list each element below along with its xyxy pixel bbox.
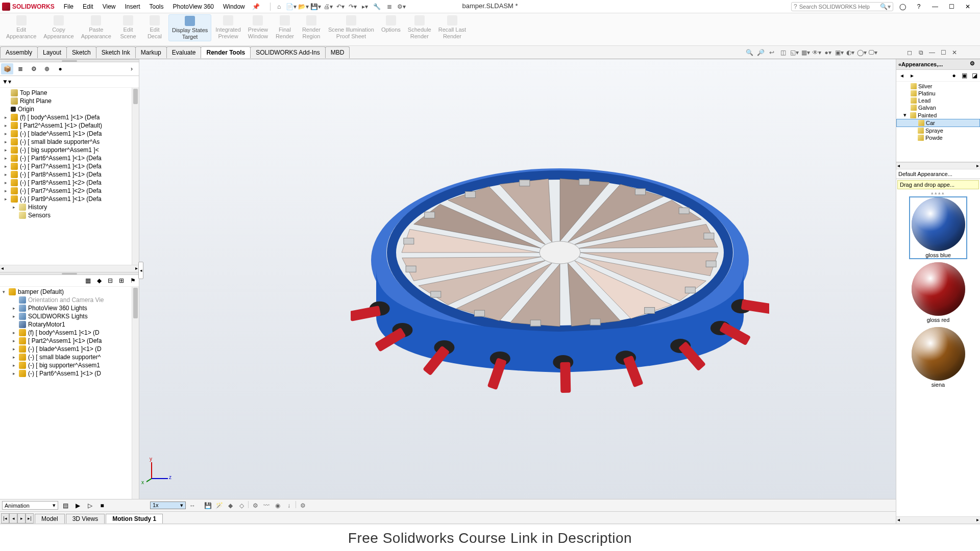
view-tab-motion-study-1[interactable]: Motion Study 1 xyxy=(106,514,163,523)
property-manager-tab-icon[interactable]: ≣ xyxy=(14,63,27,74)
tree-item[interactable]: RotaryMotor1 xyxy=(0,320,132,329)
motion-expand-icon[interactable]: ⊞ xyxy=(116,276,127,285)
ribbon-copy[interactable]: CopyAppearance xyxy=(40,14,77,40)
view-tab-3d-views[interactable]: 3D Views xyxy=(66,514,105,523)
expand-panel-icon[interactable]: › xyxy=(126,63,138,74)
appearances-tree-hscroll[interactable]: ◂▸ xyxy=(896,162,980,169)
stop-icon[interactable]: ■ xyxy=(97,501,107,510)
panel-splitter[interactable] xyxy=(0,272,139,275)
appearances-swatch-hscroll[interactable]: ◂▸ xyxy=(896,516,980,523)
print-icon[interactable]: 🖨▾ xyxy=(323,2,334,12)
display-tree-scrollbar[interactable] xyxy=(132,287,139,499)
select-icon[interactable]: ▸▾ xyxy=(359,2,371,12)
appearance-folder[interactable]: Galvan xyxy=(896,104,980,111)
tree-item[interactable]: ▸(-) [ Part8^Assem1 ]<2> (Defa xyxy=(0,179,132,187)
swatch-gloss-blue[interactable]: gloss blue xyxy=(910,197,966,258)
menu-window[interactable]: Window xyxy=(219,2,249,12)
zoom-fit-icon[interactable]: 🔍 xyxy=(744,47,754,58)
tree-item[interactable]: Right Plane xyxy=(0,97,132,105)
motion-key-icon[interactable]: ◆ xyxy=(94,276,104,285)
appearances-tree[interactable]: SilverPlatinuLeadGalvan▾PaintedCarSpraye… xyxy=(896,82,980,162)
viewport-link-icon[interactable]: ⧉ xyxy=(916,47,926,58)
swatch-gloss-red[interactable]: gloss red xyxy=(910,262,966,323)
spring-icon[interactable]: 〰 xyxy=(262,501,271,510)
tab-mbd[interactable]: MBD xyxy=(325,46,350,58)
display-state-tree[interactable]: ▾bamper (Default) Orientation and Camera… xyxy=(0,287,132,499)
ribbon-display-states[interactable]: Display StatesTarget xyxy=(168,14,211,41)
menu-view[interactable]: View xyxy=(99,2,120,12)
appearance-folder[interactable]: Silver xyxy=(896,83,980,90)
configuration-manager-tab-icon[interactable]: ⚙ xyxy=(28,63,40,74)
ribbon-options[interactable]: Options xyxy=(378,14,404,34)
dimxpert-tab-icon[interactable]: ⊕ xyxy=(41,63,53,74)
last-tab-icon[interactable]: ▸| xyxy=(26,513,34,523)
feature-tree[interactable]: Top PlaneRight PlaneOrigin▸(f) [ body^As… xyxy=(0,88,132,265)
menu-photoview-360[interactable]: PhotoView 360 xyxy=(169,2,218,12)
ribbon-final[interactable]: FinalRender xyxy=(272,14,298,40)
nav-decal-icon[interactable]: ◪ xyxy=(970,71,979,80)
maximize-icon[interactable]: ☐ xyxy=(944,2,959,12)
ribbon-edit[interactable]: EditScene xyxy=(115,14,141,40)
tree-item[interactable]: Origin xyxy=(0,105,132,113)
motion-options-icon[interactable]: ⚑ xyxy=(128,276,138,285)
first-tab-icon[interactable]: |◂ xyxy=(1,513,9,523)
tree-item[interactable]: Sensors xyxy=(0,211,132,219)
tab-markup[interactable]: Markup xyxy=(135,46,167,58)
graphics-viewport[interactable]: ◂ y z x ⌂ ▥ 📁 xyxy=(139,59,980,499)
nav-back-icon[interactable]: ◂ xyxy=(897,71,906,80)
undo-icon[interactable]: ↶▾ xyxy=(335,2,346,12)
motion-options-icon[interactable]: ⚙ xyxy=(298,501,307,510)
help-search[interactable]: ? 🔍▾ xyxy=(791,2,893,11)
appearance-swatches[interactable]: gloss bluegloss redsiena xyxy=(896,195,980,516)
search-icon[interactable]: 🔍▾ xyxy=(880,3,891,10)
render-icon[interactable]: ◯▾ xyxy=(856,47,867,58)
menu-file[interactable]: File xyxy=(60,2,78,12)
nav-fwd-icon[interactable]: ▸ xyxy=(908,71,917,80)
previous-view-icon[interactable]: ↩ xyxy=(767,47,777,58)
settings-icon[interactable]: ⚙▾ xyxy=(396,2,407,12)
display-manager-tab-icon[interactable]: ● xyxy=(54,63,66,74)
viewport-close-icon[interactable]: ✕ xyxy=(949,47,960,58)
appearance-folder[interactable]: Powde xyxy=(896,134,980,141)
view-tab-model[interactable]: Model xyxy=(35,514,65,523)
tab-sketch[interactable]: Sketch xyxy=(66,46,96,58)
search-input[interactable] xyxy=(799,4,878,10)
appearance-folder[interactable]: ▾Painted xyxy=(896,111,980,119)
hide-show-icon[interactable]: 👁▾ xyxy=(812,47,822,58)
tree-item[interactable]: ▸(-) [ small blade supporter^ xyxy=(0,353,132,361)
tree-item[interactable]: ▸(-) [ blade^Assem1 ]<1> (Defa xyxy=(0,130,132,138)
tree-item[interactable]: ▸(-) [ Part7^Assem1 ]<1> (Defa xyxy=(0,162,132,170)
home-icon[interactable]: ⌂ xyxy=(274,2,285,12)
contact-icon[interactable]: ◉ xyxy=(273,501,282,510)
minimize-icon[interactable]: — xyxy=(928,2,942,12)
ribbon-recall-last[interactable]: Recall LastRender xyxy=(435,14,469,40)
tree-item[interactable]: ▸SOLIDWORKS Lights xyxy=(0,312,132,320)
tab-assembly[interactable]: Assembly xyxy=(0,46,38,58)
nav-appearance-icon[interactable]: ● xyxy=(949,71,959,80)
tab-render-tools[interactable]: Render Tools xyxy=(201,46,251,58)
display-icon[interactable]: 🖵▾ xyxy=(868,47,878,58)
viewport-single-icon[interactable]: ◻ xyxy=(904,47,915,58)
tree-item[interactable]: ▸(-) [ blade^Assem1 ]<1> (D xyxy=(0,345,132,353)
addkey-icon[interactable]: ◇ xyxy=(237,501,246,510)
tree-item[interactable]: ▸(-) [ big supporter^Assem1 xyxy=(0,361,132,369)
panel-collapse-handle[interactable]: ◂ xyxy=(138,262,143,279)
tree-item[interactable]: ▸[ Part2^Assem1 ]<1> (Default) xyxy=(0,121,132,130)
nav-scene-icon[interactable]: ▣ xyxy=(960,71,969,80)
anim-wizard-icon[interactable]: 🪄 xyxy=(214,501,224,510)
appearance-icon[interactable]: ●▾ xyxy=(823,47,833,58)
ribbon-edit[interactable]: EditDecal xyxy=(142,14,167,40)
tree-item[interactable]: ▸(f) [ body^Assem1 ]<1> (D xyxy=(0,329,132,337)
redo-icon[interactable]: ↷▾ xyxy=(347,2,358,12)
open-icon[interactable]: 📂▾ xyxy=(298,2,309,12)
close-icon[interactable]: ✕ xyxy=(961,2,975,12)
autokey-icon[interactable]: ◆ xyxy=(226,501,235,510)
appearance-folder[interactable]: Spraye xyxy=(896,127,980,134)
tree-hscroll[interactable]: ◂▸ xyxy=(0,265,139,272)
motion-collapse-icon[interactable]: ⊟ xyxy=(105,276,115,285)
ribbon-scene-illumination[interactable]: Scene IlluminationProof Sheet xyxy=(325,14,377,40)
viewport-min-icon[interactable]: — xyxy=(927,47,937,58)
tree-item[interactable]: ▸(-) [ Part7^Assem1 ]<2> (Defa xyxy=(0,187,132,195)
playback-speed[interactable]: 1x▾ xyxy=(150,502,186,509)
menu-edit[interactable]: Edit xyxy=(79,2,97,12)
